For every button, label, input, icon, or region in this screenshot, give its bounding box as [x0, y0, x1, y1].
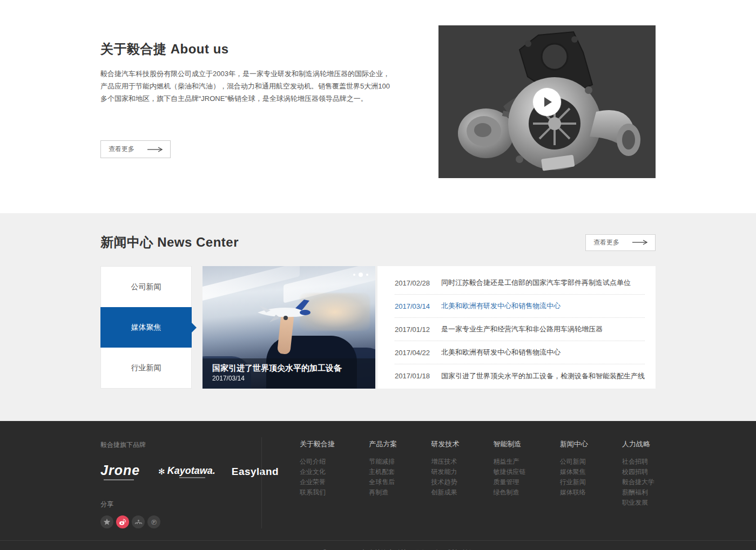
footer-link[interactable]: 全球售后: [369, 479, 397, 485]
news-list-item[interactable]: 2017/02/28 同时江苏毅合捷还是工信部的国家汽车零部件再制造试点单位: [395, 271, 645, 295]
footer-link[interactable]: 社会招聘: [622, 458, 654, 465]
news-category-tabs: 公司新闻 媒体聚焦 行业新闻: [100, 266, 192, 389]
footer-link[interactable]: 校园招聘: [622, 468, 654, 475]
about-body-text: 毅合捷汽车科技股份有限公司成立于2003年，是一家专业研发和制造涡轮增压器的国际…: [100, 67, 396, 105]
kayotawa-tagline-line: [179, 477, 205, 478]
toy-plane-graphic: [254, 296, 314, 324]
social-icons-row: ℗: [100, 515, 261, 528]
news-item-title: 北美和欧洲有研发中心和销售物流中心: [441, 348, 561, 357]
tab-company-news[interactable]: 公司新闻: [101, 267, 191, 307]
star-icon[interactable]: [100, 515, 113, 528]
footer-col-news: 新闻中心 公司新闻 媒体聚焦 行业新闻 媒体联络: [560, 439, 588, 528]
footer-col-title[interactable]: 研发技术: [431, 439, 459, 449]
footer-link[interactable]: 薪酬福利: [622, 489, 654, 495]
footer-col-title[interactable]: 产品方案: [369, 439, 397, 449]
right-arrow-icon: [147, 147, 163, 152]
news-list-item[interactable]: 2017/01/18 国家引进了世界顶尖水平的加工设备，检测设备和智能装配生产线: [395, 364, 645, 388]
news-carousel[interactable]: 国家引进了世界顶尖水平的加工设备 2017/03/14: [202, 266, 375, 389]
news-item-title: 同时江苏毅合捷还是工信部的国家汽车零部件再制造试点单位: [441, 278, 631, 288]
footer-col-manufacturing: 智能制造 精益生产 敏捷供应链 质量管理 绿色制造: [494, 439, 526, 528]
news-item-date: 2017/01/18: [395, 372, 434, 380]
news-item-date: 2017/02/28: [395, 279, 434, 287]
carousel-caption[interactable]: 国家引进了世界顶尖水平的加工设备 2017/03/14: [202, 358, 375, 389]
carousel-dot[interactable]: [353, 274, 355, 276]
footer-link[interactable]: 公司介绍: [300, 458, 335, 465]
tab-media-focus[interactable]: 媒体聚焦: [100, 307, 192, 348]
news-section: 新闻中心 News Center 查看更多 公司新闻 媒体聚焦 行业新闻: [0, 213, 756, 421]
carousel-dots: [353, 273, 368, 277]
carousel-caption-title: 国家引进了世界顶尖水平的加工设备: [212, 363, 368, 373]
news-item-date: 2017/04/22: [395, 349, 434, 357]
weibo-icon[interactable]: [116, 515, 129, 528]
circled-p-icon[interactable]: ℗: [147, 515, 160, 528]
footer-col-hr: 人力战略 社会招聘 校园招聘 毅合捷大学 薪酬福利 职业发展: [622, 439, 654, 528]
footer-link[interactable]: 再制造: [369, 489, 397, 495]
footer-link[interactable]: 节能减排: [369, 458, 397, 465]
footer-link[interactable]: 精益生产: [494, 458, 526, 465]
footer-share-label: 分享: [100, 500, 261, 509]
footer-link[interactable]: 创新成果: [431, 489, 459, 495]
footer-link[interactable]: 媒体聚焦: [560, 468, 588, 475]
footer-link[interactable]: 绿色制造: [494, 489, 526, 495]
footer-link[interactable]: 公司新闻: [560, 458, 588, 465]
tab-label: 行业新闻: [131, 363, 161, 373]
kayotawa-logo-text: Kayotawa.: [167, 465, 215, 477]
crowd-icon[interactable]: [132, 515, 145, 528]
footer-link[interactable]: 媒体联络: [560, 489, 588, 495]
news-more-button[interactable]: 查看更多: [585, 234, 656, 251]
footer-col-title[interactable]: 智能制造: [494, 439, 526, 449]
footer-link[interactable]: 增压技术: [431, 458, 459, 465]
news-item-title: 是一家专业生产和经营汽车和非公路用车涡轮增压器: [441, 324, 603, 334]
footer-link[interactable]: 职业发展: [622, 499, 654, 506]
about-section: 关于毅合捷 About us 毅合捷汽车科技股份有限公司成立于2003年，是一家…: [0, 0, 756, 213]
news-item-date: 2017/03/14: [395, 302, 434, 310]
tab-label: 媒体聚焦: [131, 323, 161, 332]
footer-col-products: 产品方案 节能减排 主机配套 全球售后 再制造: [369, 439, 397, 528]
gear-icon: ✻: [158, 467, 165, 477]
kayotawa-logo[interactable]: ✻ Kayotawa.: [158, 465, 215, 478]
footer-link[interactable]: 联系我们: [300, 489, 335, 495]
jrone-tagline-line: [104, 479, 134, 480]
right-arrow-icon: [632, 240, 647, 245]
footer-link[interactable]: 行业新闻: [560, 479, 588, 485]
tab-industry-news[interactable]: 行业新闻: [101, 348, 191, 388]
footer-link[interactable]: 企业荣誉: [300, 479, 335, 485]
copyright-text: COPYRIGHT © 2009-2017 毅合捷汽车科技股份有限公司 版权所有: [0, 540, 756, 550]
footer-col-title[interactable]: 关于毅合捷: [300, 439, 335, 449]
news-list-item[interactable]: 2017/01/12 是一家专业生产和经营汽车和非公路用车涡轮增压器: [395, 318, 645, 341]
footer-brands-label: 毅合捷旗下品牌: [100, 440, 261, 450]
about-video-thumbnail[interactable]: [438, 25, 656, 178]
footer-col-title[interactable]: 新闻中心: [560, 439, 588, 449]
footer-link[interactable]: 质量管理: [494, 479, 526, 485]
footer-brand-block: 毅合捷旗下品牌 Jrone ✻ Kayotawa. Easyland: [100, 437, 261, 528]
news-more-label: 查看更多: [593, 238, 619, 247]
news-item-date: 2017/01/12: [395, 325, 434, 334]
jrone-logo[interactable]: Jrone: [100, 463, 140, 480]
play-button[interactable]: [533, 88, 561, 116]
carousel-dot-active[interactable]: [359, 273, 363, 277]
play-icon: [544, 97, 552, 107]
footer-link[interactable]: 敏捷供应链: [494, 468, 526, 475]
footer-link[interactable]: 技术趋势: [431, 479, 459, 485]
footer-link[interactable]: 主机配套: [369, 468, 397, 475]
footer-col-rd: 研发技术 增压技术 研发能力 技术趋势 创新成果: [431, 439, 459, 528]
footer-link[interactable]: 企业文化: [300, 468, 335, 475]
news-item-title: 北美和欧洲有研发中心和销售物流中心: [441, 301, 561, 311]
footer-link[interactable]: 研发能力: [431, 468, 459, 475]
footer: 毅合捷旗下品牌 Jrone ✻ Kayotawa. Easyland: [0, 421, 756, 550]
news-list-item[interactable]: 2017/04/22 北美和欧洲有研发中心和销售物流中心: [395, 341, 645, 364]
news-list: 2017/02/28 同时江苏毅合捷还是工信部的国家汽车零部件再制造试点单位 2…: [377, 266, 656, 389]
news-title: 新闻中心 News Center: [100, 234, 239, 251]
footer-col-about: 关于毅合捷 公司介绍 企业文化 企业荣誉 联系我们: [300, 439, 335, 528]
carousel-caption-date: 2017/03/14: [212, 375, 368, 382]
news-list-item-highlighted[interactable]: 2017/03/14 北美和欧洲有研发中心和销售物流中心: [395, 295, 645, 318]
carousel-dot[interactable]: [366, 274, 368, 276]
jrone-logo-text: Jrone: [100, 463, 140, 478]
footer-link[interactable]: 毅合捷大学: [622, 479, 654, 485]
about-text-block: 关于毅合捷 About us 毅合捷汽车科技股份有限公司成立于2003年，是一家…: [100, 25, 403, 178]
footer-col-title[interactable]: 人力战略: [622, 439, 654, 449]
about-title: 关于毅合捷 About us: [100, 40, 403, 58]
tab-label: 公司新闻: [131, 282, 161, 292]
footer-nav-columns: 关于毅合捷 公司介绍 企业文化 企业荣誉 联系我们 产品方案 节能减排 主机配套…: [261, 437, 656, 528]
about-more-button[interactable]: 查看更多: [100, 140, 171, 158]
